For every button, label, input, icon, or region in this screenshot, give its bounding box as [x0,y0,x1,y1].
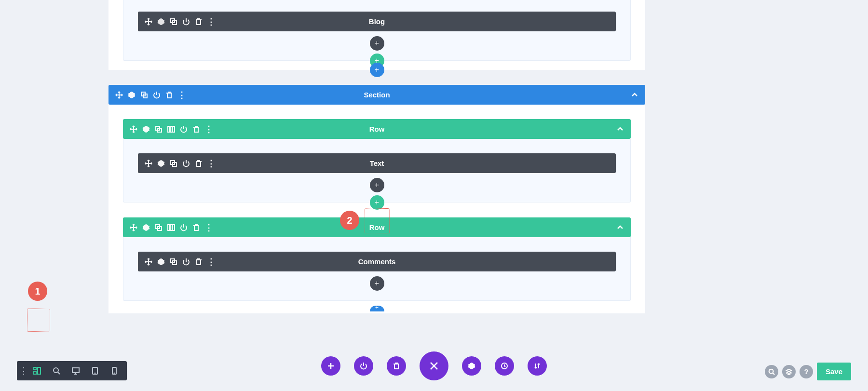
columns-icon[interactable] [167,125,175,133]
add-module-button[interactable]: + [370,276,384,291]
move-icon[interactable] [115,91,123,99]
trash-icon[interactable] [165,91,173,99]
add-button[interactable] [321,356,340,376]
history-button[interactable] [495,356,514,376]
gear-icon[interactable] [157,258,165,266]
duplicate-icon[interactable] [155,125,163,133]
module-bar-blog[interactable]: ⋮ Blog [138,12,616,31]
svg-point-21 [54,368,58,373]
ellipsis-icon[interactable]: ⋮ [205,224,213,231]
row-bar[interactable]: ⋮ Row [123,217,631,237]
gear-icon[interactable] [157,18,165,26]
ellipsis-icon[interactable]: ⋮ [207,258,215,266]
gear-icon[interactable] [142,224,150,231]
duplicate-icon[interactable] [170,18,177,26]
action-toolbar [321,351,547,380]
duplicate-icon[interactable] [140,91,148,99]
power-icon[interactable] [180,125,188,133]
chevron-up-icon[interactable] [616,224,624,231]
ellipsis-icon[interactable]: ⋮ [207,18,215,26]
duplicate-icon[interactable] [170,258,177,266]
phone-icon[interactable] [105,361,124,380]
move-icon[interactable] [145,18,152,26]
svg-rect-6 [168,126,170,132]
ellipsis-icon[interactable]: ⋮ [205,125,213,133]
duplicate-icon[interactable] [155,224,163,231]
module-bar-comments[interactable]: ⋮ Comments [138,252,616,271]
chevron-up-icon[interactable] [616,125,624,133]
search-button[interactable] [765,365,778,378]
power-icon[interactable] [182,18,190,26]
svg-rect-19 [34,371,36,374]
ellipsis-icon[interactable]: ⋮ [207,160,215,167]
svg-point-26 [114,373,115,374]
gear-icon[interactable] [128,91,136,99]
annotation-1: 1 [28,282,47,301]
settings-button[interactable] [462,356,481,376]
move-icon[interactable] [145,160,152,167]
save-button[interactable]: Save [817,363,851,380]
trash-button[interactable] [387,356,406,376]
svg-rect-14 [170,225,172,230]
move-icon[interactable] [145,258,152,266]
section-title: Section [108,91,645,99]
trash-icon[interactable] [195,258,203,266]
section-bar[interactable]: ⋮ Section [108,85,645,105]
add-module-button[interactable]: + [370,178,384,192]
power-button[interactable] [354,356,373,376]
move-icon[interactable] [130,224,137,231]
sort-button[interactable] [528,356,547,376]
tablet-icon[interactable] [85,361,105,380]
add-row-button-highlighted[interactable]: + [370,195,384,210]
layers-button[interactable] [782,365,796,378]
view-toolbar: ⋮ [17,361,127,380]
svg-rect-13 [168,225,170,230]
chevron-up-icon[interactable] [631,91,638,99]
gear-icon[interactable] [157,160,165,167]
svg-point-28 [769,369,773,373]
annotation-2: 2 [340,211,359,230]
svg-rect-22 [72,368,79,373]
svg-rect-18 [34,367,36,370]
wireframe-view-icon[interactable] [27,361,47,380]
duplicate-icon[interactable] [170,160,177,167]
help-button[interactable]: ? [800,365,813,378]
zoom-icon[interactable] [47,361,66,380]
trash-icon[interactable] [195,160,203,167]
power-icon[interactable] [153,91,161,99]
trash-icon[interactable] [195,18,203,26]
columns-icon[interactable] [167,224,175,231]
svg-rect-7 [170,126,172,132]
svg-rect-15 [173,225,175,230]
gear-icon[interactable] [142,125,150,133]
ellipsis-icon[interactable]: ⋮ [178,91,186,99]
add-module-button[interactable]: + [370,36,384,51]
power-icon[interactable] [182,160,190,167]
module-bar-text[interactable]: ⋮ Text [138,153,616,173]
add-section-peek[interactable]: + [370,306,384,311]
more-icon[interactable]: ⋮ [20,361,27,380]
move-icon[interactable] [130,125,137,133]
svg-rect-20 [38,367,41,374]
trash-icon[interactable] [192,224,200,231]
annotation-1-box [27,309,50,332]
help-toolbar: ? Save [765,363,851,380]
svg-point-24 [95,373,95,374]
add-section-button[interactable]: + [370,63,384,77]
power-icon[interactable] [182,258,190,266]
desktop-icon[interactable] [66,361,85,380]
close-button[interactable] [420,351,448,380]
svg-rect-8 [173,126,175,132]
power-icon[interactable] [180,224,188,231]
trash-icon[interactable] [192,125,200,133]
row-bar[interactable]: ⋮ Row [123,119,631,139]
